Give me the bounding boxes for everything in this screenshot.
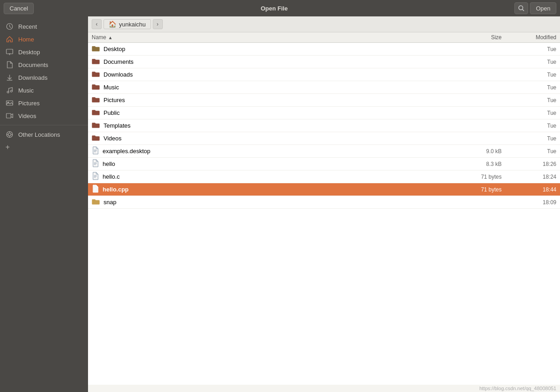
dialog-title: Open File [34, 5, 514, 12]
file-modified-hello-cpp: 18:44 [502, 186, 556, 193]
file-row-hello[interactable]: hello 8.3 kB 18:26 [88, 158, 560, 170]
search-icon [518, 5, 524, 11]
sidebar-item-label-recent: Recent [18, 23, 37, 30]
sidebar-add-button[interactable]: + [0, 141, 88, 154]
sidebar-item-pictures[interactable]: Pictures [0, 97, 88, 109]
file-size-examples-desktop: 9.0 kB [465, 148, 502, 155]
file-label-videos: Videos [104, 135, 122, 142]
sidebar-divider [0, 125, 88, 125]
file-name-desktop: Desktop [92, 44, 465, 54]
sidebar-item-label-desktop: Desktop [18, 49, 40, 56]
sidebar-item-label-music: Music [18, 87, 34, 94]
svg-point-0 [519, 6, 523, 10]
sort-icon: ▲ [108, 35, 113, 40]
file-row-documents[interactable]: Documents Tue [88, 56, 560, 68]
file-icon-snap [92, 197, 100, 207]
other-locations-icon [5, 130, 14, 139]
pictures-icon [5, 99, 14, 107]
file-name-templates: Templates [92, 121, 465, 130]
file-area: ‹ 🏠 yunkaichu › Name ▲ Size Modified [88, 16, 560, 392]
file-modified-downloads: Tue [502, 72, 556, 78]
file-size-hello: 8.3 kB [465, 161, 502, 167]
file-label-templates: Templates [104, 122, 130, 129]
sidebar-item-label-videos: Videos [18, 113, 36, 119]
file-row-examples-desktop[interactable]: examples.desktop 9.0 kB Tue [88, 145, 560, 158]
sidebar-item-videos[interactable]: Videos [0, 109, 88, 122]
sidebar-item-other-locations[interactable]: Other Locations [0, 128, 88, 141]
svg-rect-14 [6, 113, 11, 118]
file-row-hello-cpp[interactable]: hello.cpp 71 bytes 18:44 [88, 183, 560, 196]
nav-home-icon: 🏠 [109, 21, 116, 28]
svg-rect-26 [92, 111, 99, 115]
column-modified[interactable]: Modified [502, 34, 556, 41]
file-icon-hello [92, 159, 99, 169]
file-icon-templates [92, 121, 100, 130]
svg-line-1 [523, 10, 524, 11]
file-label-public: Public [104, 109, 119, 116]
file-row-music[interactable]: Music Tue [88, 81, 560, 94]
file-label-pictures: Pictures [104, 97, 125, 103]
svg-rect-23 [92, 73, 99, 77]
open-button[interactable]: Open [530, 2, 556, 14]
file-list-header: Name ▲ Size Modified [88, 32, 560, 43]
sidebar-item-downloads[interactable]: Downloads [0, 71, 88, 84]
titlebar-actions: Open [514, 2, 556, 14]
file-icon-hello-cpp [92, 185, 99, 194]
sidebar-item-label-other-locations: Other Locations [18, 131, 60, 138]
file-modified-snap: 18:09 [502, 199, 556, 206]
file-icon-desktop [92, 44, 100, 54]
sidebar-item-desktop[interactable]: Desktop [0, 46, 88, 58]
file-size-hello-c: 71 bytes [465, 174, 502, 180]
svg-rect-27 [92, 124, 99, 128]
sidebar-item-home[interactable]: Home [0, 33, 88, 46]
file-row-public[interactable]: Public Tue [88, 107, 560, 119]
svg-rect-24 [92, 86, 99, 89]
file-modified-hello: 18:26 [502, 161, 556, 167]
file-row-videos[interactable]: Videos Tue [88, 132, 560, 145]
sidebar-item-documents[interactable]: Documents [0, 58, 88, 71]
search-button[interactable] [514, 2, 528, 14]
file-modified-videos: Tue [502, 135, 556, 142]
sidebar-item-music[interactable]: Music [0, 84, 88, 97]
file-name-videos: Videos [92, 134, 465, 143]
file-label-snap: snap [104, 199, 116, 206]
file-label-examples-desktop: examples.desktop [103, 148, 150, 155]
file-label-desktop: Desktop [104, 46, 125, 52]
downloads-icon [5, 73, 14, 82]
file-row-snap[interactable]: snap 18:09 [88, 196, 560, 209]
nav-back-button[interactable]: ‹ [92, 19, 102, 29]
file-name-snap: snap [92, 197, 465, 207]
sidebar-item-label-downloads: Downloads [18, 74, 47, 81]
file-name-hello-c: hello.c [92, 172, 465, 181]
file-name-hello-cpp: hello.cpp [92, 185, 465, 194]
file-name-documents: Documents [92, 57, 465, 67]
file-modified-public: Tue [502, 110, 556, 116]
file-row-downloads[interactable]: Downloads Tue [88, 68, 560, 81]
sidebar-item-label-home: Home [18, 36, 34, 43]
file-modified-documents: Tue [502, 59, 556, 65]
watermark: https://blog.csdn.net/qq_48008051 [88, 385, 560, 392]
file-row-pictures[interactable]: Pictures Tue [88, 94, 560, 107]
file-row-desktop[interactable]: Desktop Tue [88, 43, 560, 56]
sidebar-item-recent[interactable]: Recent [0, 20, 88, 33]
column-size[interactable]: Size [465, 34, 502, 41]
file-label-music: Music [104, 84, 119, 91]
documents-icon [5, 61, 14, 69]
svg-rect-28 [92, 137, 99, 140]
file-row-templates[interactable]: Templates Tue [88, 119, 560, 132]
cancel-button[interactable]: Cancel [4, 3, 34, 14]
svg-rect-41 [92, 201, 99, 204]
file-list: Name ▲ Size Modified Desktop Tue Documen… [88, 32, 560, 385]
nav-forward-button[interactable]: › [153, 19, 163, 29]
svg-rect-21 [92, 47, 99, 51]
file-row-hello-c[interactable]: hello.c 71 bytes 18:24 [88, 170, 560, 183]
file-icon-videos [92, 134, 100, 143]
file-label-hello-cpp: hello.cpp [103, 186, 129, 193]
svg-point-16 [8, 133, 11, 136]
nav-location-text: yunkaichu [119, 21, 146, 28]
file-modified-pictures: Tue [502, 97, 556, 103]
column-name[interactable]: Name ▲ [92, 34, 465, 41]
file-label-hello-c: hello.c [103, 173, 120, 180]
file-modified-examples-desktop: Tue [502, 148, 556, 155]
file-modified-music: Tue [502, 84, 556, 91]
